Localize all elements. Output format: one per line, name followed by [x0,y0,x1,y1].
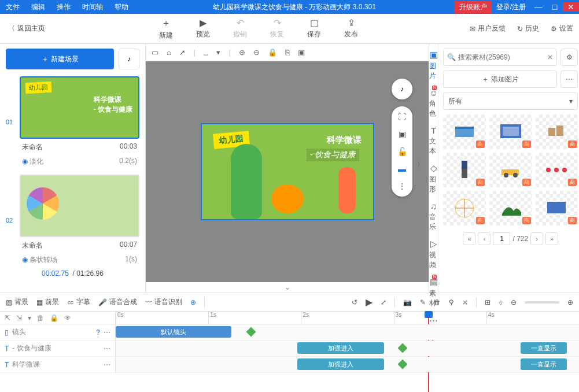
keyframe-add-icon[interactable]: ⊞ [485,298,491,306]
menu-file[interactable]: 文件 [0,2,25,12]
next-page-button[interactable]: › [530,232,543,245]
close-button[interactable]: ✕ [563,2,579,12]
slide[interactable]: 幼儿园 科学微课 - 饮食与健康 [201,123,374,220]
fullscreen-icon[interactable]: ⛶ [398,112,406,121]
timeline-ruler[interactable]: 0s 1s 2s 3s 4s [116,312,579,324]
rewind-icon[interactable]: ↺ [352,298,357,306]
tab-material[interactable]: ▤素材N [429,276,438,309]
keyframe[interactable] [398,360,408,369]
new-scene-button[interactable]: ＋新建场景 [6,49,114,69]
clip-enhance-in[interactable]: 加强进入 [297,342,384,354]
filter-icon[interactable]: ⚲ [449,298,454,306]
more-circle-icon[interactable]: ⊕ [190,298,196,306]
scene-thumbnail[interactable] [20,175,139,237]
clip-enhance-in[interactable]: 加强进入 [297,358,384,370]
search-input[interactable] [458,53,545,61]
zoom-out-tl-icon[interactable]: ⊖ [511,298,517,306]
tab-video[interactable]: ▷视频 [429,238,438,271]
scene-item[interactable]: 02 未命名00:07 ◉ 条状转场1(s) [6,175,139,266]
asset-item[interactable]: 商 [489,191,532,225]
camera-icon[interactable]: 📷 [403,298,412,306]
menu-help[interactable]: 帮助 [109,2,134,12]
arrow-icon[interactable]: ➚ [179,48,186,57]
tab-shape[interactable]: ◇图形 [429,162,438,195]
import-icon[interactable]: ⇲ [16,314,22,322]
asset-item[interactable]: 商 [443,191,486,225]
asr-button[interactable]: 〰语音识别 [145,297,182,307]
help-icon[interactable]: ? [96,328,100,336]
zoom-out-icon[interactable]: ⊖ [253,48,260,57]
first-page-button[interactable]: « [463,232,475,245]
subtitle-button[interactable]: ㏄字幕 [67,297,90,307]
asset-item[interactable]: 商 [489,114,532,149]
tab-image[interactable]: ▣图片 [429,49,438,82]
keyframe[interactable] [246,327,256,337]
history-button[interactable]: ↻历史 [511,24,545,34]
eye-icon[interactable]: 👁 [64,314,71,322]
tab-character[interactable]: ☺角色N [429,87,438,120]
track[interactable]: 加强进入 一直显示 [116,357,579,372]
asset-item[interactable]: 商 [443,153,486,187]
align-icon[interactable]: ▭ [152,48,158,57]
publish-button[interactable]: ⇪发布 [333,17,370,40]
home-icon[interactable]: ⌂ [167,48,171,57]
layers-icon[interactable]: ▣ [298,48,305,57]
minimize-button[interactable]: — [530,2,547,12]
zoom-in-icon[interactable]: ⊕ [239,48,245,57]
more-icon[interactable]: ⋮ [398,182,406,191]
play-icon[interactable]: ▶ [366,297,373,308]
menu-edit[interactable]: 编辑 [25,2,51,12]
add-image-button[interactable]: ＋添加图片 [443,71,557,88]
feedback-button[interactable]: ✉用户反馈 [464,24,511,34]
trash-icon[interactable]: 🗑 [37,314,44,322]
more-icon[interactable]: ⋯ [104,328,110,336]
asset-item[interactable]: 商 [536,153,578,187]
upgrade-button[interactable]: 升级账户 [455,1,492,13]
preview-button[interactable]: ▶预览 [185,17,222,40]
zoom-slider[interactable] [525,301,559,304]
marker-icon[interactable]: ⎀ [499,298,503,306]
filter-button[interactable]: ⚙ [560,49,578,66]
track[interactable]: 默认镜头 [116,324,579,340]
expand-icon[interactable]: ⤢ [381,298,386,306]
redo-button[interactable]: ↷恢复 [259,17,296,40]
background-button[interactable]: ▧背景 [6,297,28,307]
clear-icon[interactable]: ✕ [547,53,553,61]
menu-timeline[interactable]: 时间轴 [76,2,109,12]
login-button[interactable]: 登录/注册 [492,2,530,12]
maximize-button[interactable]: □ [547,2,563,12]
canvas-stage[interactable]: 幼儿园 科学微课 - 饮食与健康 [146,61,429,282]
new-button[interactable]: ＋新建 [147,17,185,40]
edit-icon[interactable]: ✎ [420,298,426,306]
clip-always-show[interactable]: 一直显示 [521,342,567,354]
menu-action[interactable]: 操作 [51,2,76,12]
clip-always-show[interactable]: 一直显示 [521,358,567,370]
screen-icon[interactable]: ▬ [398,164,406,173]
search-box[interactable]: 🔍 ✕ [443,49,557,66]
more-icon[interactable]: ⋯ [104,345,110,353]
shuffle-icon[interactable]: ⤮ [462,298,468,306]
settings-button[interactable]: ⚙设置 [545,24,579,34]
save-button[interactable]: ▢保存 [296,17,333,40]
chevron-down-icon[interactable]: ▾ [216,48,220,57]
tts-button[interactable]: 🎤语音合成 [98,297,137,307]
unlock-icon[interactable]: 🔓 [397,147,407,156]
asset-item[interactable]: 商 [443,114,486,149]
asset-item[interactable]: 商 [536,114,578,149]
zoom-in-tl-icon[interactable]: ⊕ [567,298,573,306]
tab-music[interactable]: ♫音乐 [429,200,438,233]
undo-button[interactable]: ↶撤销 [222,17,259,40]
more-icon[interactable]: ⋯ [104,361,110,369]
camera-icon[interactable]: ▣ [399,130,406,139]
copy-icon[interactable]: ⎘ [285,48,290,57]
lock-icon[interactable]: 🔒 [268,48,277,57]
canvas-collapse[interactable]: ⌄ [146,282,429,293]
chevron-down-icon[interactable]: ▾ [28,314,31,322]
lock-icon[interactable]: 🔒 [50,314,58,322]
back-home-button[interactable]: 〈 返回主页 [0,24,53,34]
foreground-button[interactable]: ▦前景 [36,297,59,307]
category-select[interactable]: 所有▾ [443,93,578,110]
scene-item[interactable]: 01 幼儿园 科学微课- 饮食与健康 未命名00:03 ◉ 淡化0.2(s) [6,76,139,168]
prev-page-button[interactable]: ‹ [478,232,491,245]
tab-text[interactable]: T文本 [429,124,438,157]
